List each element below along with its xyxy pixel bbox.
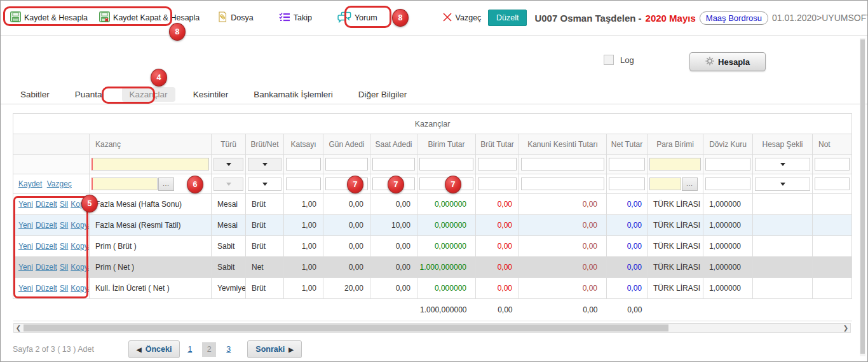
tab-kazanclar[interactable]: Kazançlar <box>122 87 175 102</box>
cell-net: 0,00 <box>607 215 648 236</box>
kazanc-lookup-button[interactable]: ... <box>158 178 174 191</box>
edit-kazanc-input[interactable] <box>92 178 158 190</box>
col-doviz-kuru[interactable]: Döviz Kuru <box>703 134 753 155</box>
horizontal-scroll-thumb[interactable] <box>24 324 668 331</box>
col-hesap-sekli[interactable]: Hesap Şekli <box>753 134 813 155</box>
filter-para-input[interactable] <box>649 158 701 171</box>
edit-brut-input[interactable] <box>478 178 517 190</box>
tab-sabitler[interactable]: Sabitler <box>19 87 51 102</box>
edit-doviz-input[interactable] <box>705 178 750 190</box>
previous-page-button[interactable]: ◀Önceki <box>128 340 180 358</box>
col-para-birimi[interactable]: Para Birimi <box>648 134 703 155</box>
edit-gun-input[interactable] <box>325 178 368 190</box>
filter-doviz-input[interactable] <box>705 158 750 171</box>
next-page-button[interactable]: Sonraki▶ <box>247 340 302 358</box>
filter-saat-input[interactable] <box>372 158 415 171</box>
comment-button[interactable]: Yorum <box>337 11 377 25</box>
tab-bankamatik-islemleri[interactable]: Bankamatik İşlemleri <box>252 87 334 102</box>
filter-net-input[interactable] <box>609 158 645 171</box>
col-brut-net[interactable]: Brüt/Net <box>246 134 284 155</box>
save-calculate-button[interactable]: Kaydet & Hesapla <box>10 11 88 24</box>
edit-not-input[interactable] <box>815 178 850 190</box>
edit-birim-input[interactable] <box>419 178 473 190</box>
row-new-link[interactable]: Yeni <box>18 263 33 272</box>
row-delete-link[interactable]: Sil <box>60 284 68 293</box>
menu-hamburger-icon[interactable] <box>407 13 423 23</box>
col-birim-tutar[interactable]: Birim Tutar <box>417 134 476 155</box>
row-new-link[interactable]: Yeni <box>18 200 33 209</box>
page-1-link[interactable]: 1 <box>187 345 192 354</box>
tab-kesintiler[interactable]: Kesintiler <box>192 87 230 102</box>
filter-not-input[interactable] <box>815 158 850 171</box>
col-kanuni-kesinti[interactable]: Kanuni Kesinti Tutarı <box>519 134 607 155</box>
col-net-tutar[interactable]: Net Tutar <box>607 134 648 155</box>
vertical-scroll-thumb[interactable] <box>860 39 865 354</box>
row-delete-link[interactable]: Sil <box>60 200 68 209</box>
col-katsayi[interactable]: Katsayı <box>284 134 323 155</box>
row-copy-link[interactable]: Kopya <box>71 200 89 209</box>
cell-katsayi: 1,00 <box>284 278 323 299</box>
col-gun-adedi[interactable]: Gün Adedi <box>323 134 370 155</box>
edit-brutnet-dropdown[interactable] <box>248 178 281 191</box>
payroll-period: 2020 Mayıs <box>646 13 696 24</box>
edit-net-input[interactable] <box>609 178 645 190</box>
row-new-link[interactable]: Yeni <box>18 221 33 230</box>
row-edit-link[interactable]: Düzelt <box>36 221 57 230</box>
col-kazanc[interactable]: Kazanç <box>90 134 212 155</box>
row-delete-link[interactable]: Sil <box>60 221 68 230</box>
page-3-link[interactable]: 3 <box>226 345 231 354</box>
col-brut-tutar[interactable]: Brüt Tutar <box>476 134 519 155</box>
row-edit-link[interactable]: Düzelt <box>36 200 57 209</box>
filter-turu-dropdown[interactable] <box>214 158 243 171</box>
calculate-button[interactable]: Hesapla <box>689 52 766 71</box>
log-checkbox[interactable] <box>604 55 614 65</box>
edit-saat-input[interactable] <box>372 178 415 190</box>
tab-diger-bilgiler[interactable]: Diğer Bilgiler <box>357 87 409 102</box>
col-not[interactable]: Not <box>813 134 852 155</box>
filter-birim-input[interactable] <box>419 158 473 171</box>
filter-katsayi-input[interactable] <box>286 158 321 171</box>
scroll-right-arrow-icon[interactable]: ❯ <box>841 324 850 332</box>
row-copy-link[interactable]: Kopya <box>71 221 89 230</box>
filter-kazanc-input[interactable] <box>92 158 209 171</box>
para-lookup-button[interactable]: ... <box>682 178 698 191</box>
edit-button[interactable]: Düzelt <box>488 10 527 26</box>
file-button[interactable]: Dosya <box>216 11 253 25</box>
edit-row-save-link[interactable]: Kaydet <box>18 179 42 188</box>
edit-kanuni-input[interactable] <box>521 178 604 190</box>
row-edit-link[interactable]: Düzelt <box>36 242 57 251</box>
task-list-icon <box>279 12 290 24</box>
cell-para: TÜRK LİRASI <box>648 278 703 299</box>
row-copy-link[interactable]: Kopya <box>71 284 89 293</box>
filter-kanuni-input[interactable] <box>521 158 604 171</box>
row-delete-link[interactable]: Sil <box>60 242 68 251</box>
comment-label: Yorum <box>355 13 377 22</box>
employee-name: U007 Osman Taşdelen - <box>534 13 641 24</box>
col-saat-adedi[interactable]: Saat Adedi <box>370 134 417 155</box>
tab-puantaj[interactable]: Puantaj <box>74 87 105 102</box>
edit-row-cancel-link[interactable]: Vazgeç <box>47 179 72 188</box>
row-edit-link[interactable]: Düzelt <box>36 263 57 272</box>
cancel-button[interactable]: Vazgeç <box>442 12 482 24</box>
row-new-link[interactable]: Yeni <box>18 242 33 251</box>
save-close-calculate-button[interactable]: Kaydet Kapat & Hesapla <box>99 11 200 24</box>
filter-gun-input[interactable] <box>325 158 368 171</box>
row-delete-link[interactable]: Sil <box>60 263 68 272</box>
edit-hesap-dropdown[interactable] <box>755 178 810 191</box>
edit-para-input[interactable] <box>649 178 681 190</box>
cell-brutnet: Brüt <box>246 278 284 299</box>
row-new-link[interactable]: Yeni <box>18 284 33 293</box>
row-copy-link[interactable]: Kopya <box>71 263 89 272</box>
filter-brut-input[interactable] <box>478 158 517 171</box>
edit-katsayi-input[interactable] <box>286 178 321 190</box>
col-turu[interactable]: Türü <box>212 134 246 155</box>
filter-hesap-dropdown[interactable] <box>755 158 810 171</box>
vertical-scrollbar[interactable] <box>860 38 865 356</box>
pagination-bar: Sayfa 2 of 3 ( 13 ) Adet ◀Önceki 1 2 3 S… <box>13 340 585 359</box>
filter-brutnet-dropdown[interactable] <box>248 158 281 171</box>
row-copy-link[interactable]: Kopya <box>71 242 89 251</box>
row-edit-link[interactable]: Düzelt <box>36 284 57 293</box>
horizontal-scrollbar[interactable]: ❮ ❯ <box>13 323 851 333</box>
scroll-left-arrow-icon[interactable]: ❮ <box>14 324 23 332</box>
follow-button[interactable]: Takip <box>279 12 312 24</box>
